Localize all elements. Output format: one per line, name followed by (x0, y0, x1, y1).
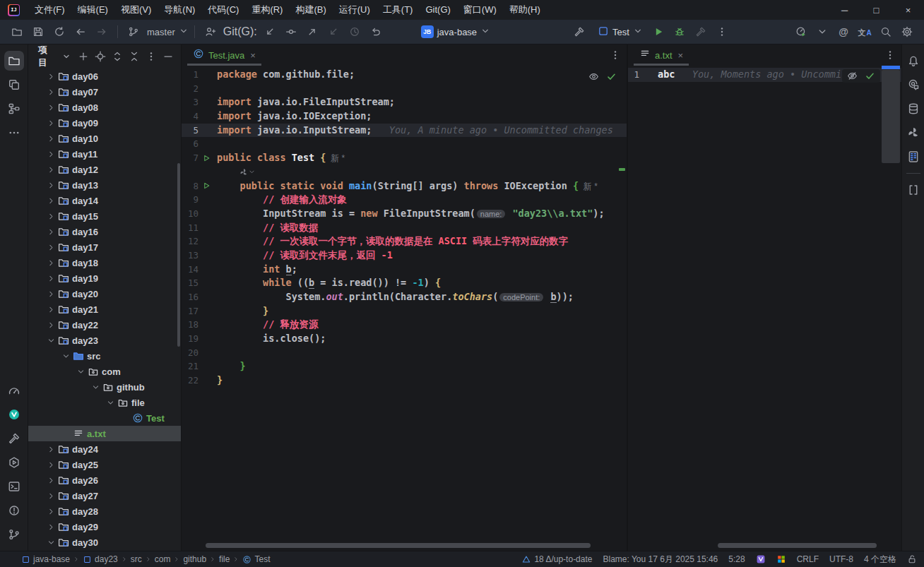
tree-item-day13[interactable]: day13 (28, 177, 181, 193)
tree-item-day28[interactable]: day28 (28, 503, 181, 519)
chevron-down-icon[interactable] (90, 383, 102, 392)
status-item-1[interactable]: Blame: You 17 6月 2025 15:46 (603, 554, 718, 566)
chevron-right-icon[interactable] (45, 181, 57, 190)
eye-off-icon[interactable] (847, 71, 858, 81)
structure-button[interactable] (4, 99, 24, 119)
tree-item-day17[interactable]: day17 (28, 239, 181, 255)
run-gutter-icon[interactable] (199, 154, 214, 162)
tree-item-day12[interactable]: day12 (28, 162, 181, 177)
menu-item-10[interactable]: 窗口(W) (457, 0, 503, 20)
chevron-right-icon[interactable] (45, 72, 57, 81)
inspection-widget[interactable] (842, 69, 880, 83)
tree-item-day14[interactable]: day14 (28, 193, 181, 208)
notifications-bell-button[interactable] (904, 51, 923, 71)
menu-item-2[interactable]: 视图(V) (114, 0, 158, 20)
branch-name[interactable]: master (146, 27, 177, 37)
plugin-pinwheel-button[interactable] (904, 123, 923, 143)
translate-button[interactable]: 文A (855, 23, 875, 41)
tree-item-day07[interactable]: day07 (28, 84, 181, 100)
close-icon[interactable]: × (250, 50, 256, 61)
breadcrumb-src[interactable]: src (131, 554, 142, 564)
status-item-7[interactable]: 4 个空格 (864, 554, 896, 566)
sync-button[interactable] (49, 23, 69, 41)
plugin-v-teal-button[interactable] (4, 405, 24, 424)
tree-item-day11[interactable]: day11 (28, 146, 181, 162)
debug-bug-button[interactable] (670, 23, 689, 41)
tree-item-day22[interactable]: day22 (28, 317, 181, 333)
tab-options-icon[interactable] (607, 49, 624, 61)
chevron-right-icon[interactable] (45, 119, 57, 128)
project-panel-title[interactable]: 项目 (38, 44, 55, 69)
ai-assistant-chat-button[interactable] (904, 75, 923, 95)
inspection-widget[interactable] (588, 71, 617, 82)
breadcrumb-Test[interactable]: Test (242, 554, 270, 564)
maximize-button[interactable]: □ (860, 0, 892, 20)
ai-inlay-row[interactable] (182, 165, 627, 179)
chevron-right-icon[interactable] (45, 227, 57, 237)
menu-item-3[interactable]: 导航(N) (158, 0, 201, 20)
mention-at-button[interactable]: @ (834, 23, 853, 41)
tree-item-day25[interactable]: day25 (28, 457, 181, 472)
status-item-2[interactable]: 5:28 (728, 554, 745, 564)
fetch-button[interactable] (324, 23, 343, 41)
tree-item-day19[interactable]: day19 (28, 270, 181, 286)
vertical-scrollbar[interactable] (882, 70, 900, 163)
chevron-right-icon[interactable] (45, 88, 57, 97)
chevron-right-icon[interactable] (45, 476, 57, 485)
coverage-tool-button[interactable] (691, 23, 711, 41)
status-item-8[interactable] (907, 554, 917, 564)
tree-item-com[interactable]: com (28, 364, 181, 379)
chevron-right-icon[interactable] (45, 243, 57, 252)
breadcrumb-github[interactable]: github (183, 554, 206, 564)
editor-right-body[interactable]: 1abc You, Moments ago • Uncommit (628, 66, 901, 551)
tree-item-day08[interactable]: day08 (28, 100, 181, 115)
chevron-down-icon[interactable] (105, 398, 117, 407)
tree-item-day18[interactable]: day18 (28, 255, 181, 270)
tree-item-day30[interactable]: day30 (28, 535, 181, 550)
close-button[interactable]: × (892, 0, 924, 20)
breadcrumb-java-base[interactable]: java-base (21, 554, 70, 564)
chevron-right-icon[interactable] (45, 290, 57, 299)
back-arrow-button[interactable] (71, 23, 90, 41)
chevron-right-icon[interactable] (45, 134, 57, 143)
tree-item-day10[interactable]: day10 (28, 131, 181, 146)
gauge-meter-button[interactable] (4, 381, 24, 400)
menu-item-8[interactable]: 工具(T) (377, 0, 420, 20)
tree-item-src[interactable]: src (28, 348, 181, 364)
commit-button[interactable] (281, 23, 301, 41)
chevron-right-icon[interactable] (45, 165, 57, 174)
problems-button[interactable] (4, 501, 24, 520)
check-icon[interactable] (606, 71, 617, 82)
run-gutter-icon[interactable] (199, 181, 214, 190)
plus-button[interactable] (75, 48, 92, 65)
run-play-button[interactable] (648, 23, 668, 41)
build-hammer-button[interactable] (4, 429, 24, 448)
menu-item-6[interactable]: 构建(B) (289, 0, 332, 20)
status-item-6[interactable]: UTF-8 (829, 554, 853, 564)
chevron-right-icon[interactable] (45, 103, 57, 112)
user-plus-button[interactable] (201, 23, 220, 41)
settings-gear-button[interactable] (897, 23, 917, 41)
build-hammer-button[interactable] (569, 23, 589, 41)
menu-item-9[interactable]: Git(G) (419, 0, 456, 20)
search-button[interactable] (876, 23, 896, 41)
tree-item-Test[interactable]: Test (28, 410, 181, 426)
tab-options-icon[interactable] (882, 49, 899, 61)
minimize-button[interactable]: ─ (829, 0, 860, 20)
project-name[interactable]: java-base (436, 27, 478, 37)
chevron-down-icon[interactable] (60, 352, 72, 361)
status-item-0[interactable]: 18 Δ/up-to-date (521, 554, 592, 564)
status-item-4[interactable] (776, 554, 786, 564)
tree-item-day09[interactable]: day09 (28, 115, 181, 131)
menu-item-7[interactable]: 运行(U) (333, 0, 377, 20)
branch-widget[interactable]: master (124, 23, 189, 41)
chevron-right-icon[interactable] (45, 460, 57, 470)
tree-item-a.txt[interactable]: a.txt (28, 426, 181, 441)
chevron-right-icon[interactable] (45, 274, 57, 283)
chevron-right-icon[interactable] (45, 321, 57, 330)
project-widget[interactable]: JB java-base (421, 25, 490, 38)
tab-title[interactable]: Test.java (208, 50, 244, 61)
plugin-grid-button[interactable] (904, 147, 923, 167)
chevron-right-icon[interactable] (45, 305, 57, 314)
tree-item-day23[interactable]: day23 (28, 333, 181, 348)
